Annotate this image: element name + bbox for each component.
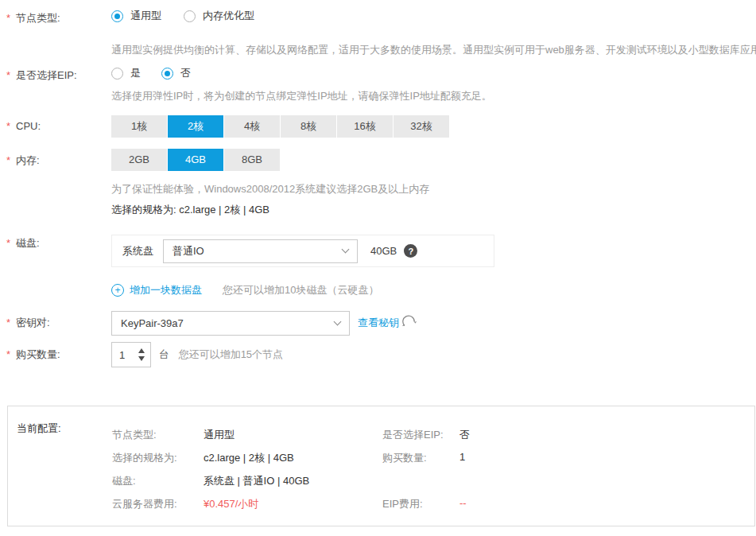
chevron-down-icon bbox=[334, 318, 342, 326]
quantity-value[interactable]: 1 bbox=[119, 349, 125, 361]
cpu-option-1core[interactable]: 1核 bbox=[111, 115, 167, 138]
required-asterisk: * bbox=[6, 317, 10, 328]
summary-value: 1 bbox=[459, 451, 465, 463]
node-type-radio-group: 通用型 内存优化型 bbox=[111, 9, 254, 23]
keypair-label: *密钥对: bbox=[6, 316, 50, 330]
disk-size-value: 40GB bbox=[370, 245, 397, 257]
radio-eip-yes[interactable]: 是 bbox=[111, 66, 141, 80]
add-data-disk-link[interactable]: 增加一块数据盘 bbox=[130, 283, 202, 297]
memory-option-8gb[interactable]: 8GB bbox=[224, 149, 280, 171]
node-type-description: 通用型实例提供均衡的计算、存储以及网络配置，适用于大多数的使用场景。通用型实例可… bbox=[111, 43, 756, 57]
cpu-option-16core[interactable]: 16核 bbox=[337, 115, 393, 138]
disk-io-type-select[interactable]: 普通IO bbox=[163, 239, 358, 263]
eip-description: 选择使用弹性IP时，将为创建的节点绑定弹性IP地址，请确保弹性IP地址配额充足。 bbox=[111, 89, 492, 103]
summary-label: 节点类型: bbox=[112, 428, 157, 442]
summary-label: 购买数量: bbox=[382, 451, 427, 465]
summary-price-value: ¥0.457/小时 bbox=[204, 497, 258, 511]
radio-unselected-icon bbox=[184, 10, 196, 22]
required-asterisk: * bbox=[6, 120, 10, 132]
radio-label: 内存优化型 bbox=[203, 9, 254, 23]
radio-node-type-memory-optimized[interactable]: 内存优化型 bbox=[184, 9, 254, 23]
summary-label: EIP费用: bbox=[382, 497, 423, 511]
memory-label: *内存: bbox=[6, 153, 40, 168]
disk-io-type-value: 普通IO bbox=[173, 244, 204, 258]
radio-eip-no[interactable]: 否 bbox=[161, 66, 191, 80]
keypair-select[interactable]: KeyPair-39a7 bbox=[111, 311, 350, 336]
memory-option-group: 2GB 4GB 8GB bbox=[111, 149, 281, 171]
required-asterisk: * bbox=[6, 12, 10, 24]
memory-note: 为了保证性能体验，Windows2008/2012系统建议选择2GB及以上内存 bbox=[111, 182, 429, 196]
disk-label: *磁盘: bbox=[6, 236, 40, 251]
current-config-title: 当前配置: bbox=[17, 421, 61, 436]
node-config-form: *节点类型: 通用型 内存优化型 通用型实例提供均衡的计算、存储以及网络配置，适… bbox=[0, 0, 756, 536]
quantity-quota-hint: 您还可以增加15个节点 bbox=[179, 348, 283, 360]
keypair-value: KeyPair-39a7 bbox=[121, 317, 184, 329]
quantity-hint-row: 台 您还可以增加15个节点 bbox=[159, 348, 283, 362]
stepper-down-icon[interactable] bbox=[138, 356, 145, 361]
node-type-label: *节点类型: bbox=[6, 11, 60, 25]
summary-value: 否 bbox=[459, 428, 470, 442]
radio-selected-icon bbox=[111, 10, 123, 22]
quantity-unit: 台 bbox=[159, 348, 169, 360]
chevron-down-icon bbox=[342, 246, 350, 254]
cpu-option-32core[interactable]: 32核 bbox=[394, 115, 449, 138]
eip-label: *是否选择EIP: bbox=[6, 68, 77, 83]
required-asterisk: * bbox=[6, 237, 10, 249]
cpu-option-4core[interactable]: 4核 bbox=[224, 115, 280, 138]
radio-selected-icon bbox=[161, 68, 173, 80]
system-disk-row: 系统盘 普通IO 40GB ? bbox=[111, 235, 494, 267]
add-disk-quota-hint: 您还可以增加10块磁盘（云硬盘） bbox=[223, 283, 378, 297]
summary-label: 选择的规格为: bbox=[112, 451, 177, 465]
plus-circle-icon: + bbox=[111, 284, 124, 297]
required-asterisk: * bbox=[6, 348, 10, 360]
system-disk-label: 系统盘 bbox=[122, 244, 153, 258]
memory-option-4gb-selected[interactable]: 4GB bbox=[168, 149, 223, 171]
radio-label: 是 bbox=[130, 66, 141, 80]
eip-radio-group: 是 否 bbox=[111, 66, 191, 80]
memory-option-2gb[interactable]: 2GB bbox=[111, 149, 167, 171]
help-question-icon[interactable]: ? bbox=[404, 244, 417, 258]
cpu-label: *CPU: bbox=[6, 120, 41, 132]
required-asterisk: * bbox=[6, 154, 10, 166]
quantity-stepper[interactable]: 1 bbox=[111, 342, 151, 367]
cpu-option-group: 1核 2核 4核 8核 16核 32核 bbox=[111, 115, 450, 138]
add-data-disk-row: + 增加一块数据盘 您还可以增加10块磁盘（云硬盘） bbox=[111, 283, 378, 297]
summary-value: 系统盘 | 普通IO | 40GB bbox=[204, 474, 309, 488]
refresh-icon[interactable] bbox=[399, 312, 418, 331]
summary-value: 通用型 bbox=[204, 428, 235, 442]
summary-value: c2.large | 2核 | 4GB bbox=[204, 451, 294, 465]
summary-eip-fee-value: -- bbox=[459, 497, 467, 509]
summary-label: 是否选择EIP: bbox=[382, 428, 444, 442]
view-key-link[interactable]: 查看秘钥 bbox=[358, 316, 399, 330]
required-asterisk: * bbox=[6, 69, 10, 81]
summary-label: 云服务器费用: bbox=[112, 497, 177, 511]
summary-label: 磁盘: bbox=[112, 474, 136, 488]
current-config-panel: 当前配置: 节点类型: 通用型 是否选择EIP: 否 选择的规格为: c2.la… bbox=[7, 406, 755, 526]
cpu-option-8core[interactable]: 8核 bbox=[281, 115, 336, 138]
quantity-label: *购买数量: bbox=[6, 348, 60, 362]
radio-label: 通用型 bbox=[130, 9, 161, 23]
radio-label: 否 bbox=[180, 66, 191, 80]
selected-spec-text: 选择的规格为: c2.large | 2核 | 4GB bbox=[111, 203, 269, 217]
radio-node-type-general[interactable]: 通用型 bbox=[111, 9, 161, 23]
radio-unselected-icon bbox=[111, 68, 123, 80]
cpu-option-2core-selected[interactable]: 2核 bbox=[168, 115, 223, 138]
stepper-up-icon[interactable] bbox=[138, 348, 145, 353]
